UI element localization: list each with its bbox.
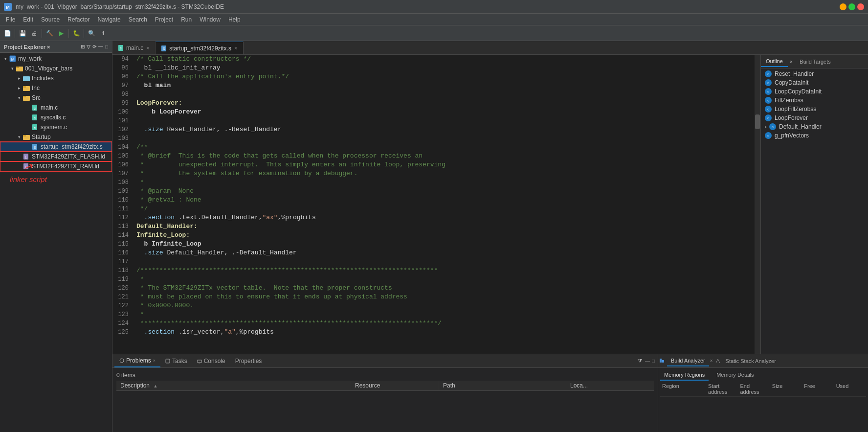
outline-item-fillzerobss[interactable]: ○ FillZerobss xyxy=(761,96,868,105)
tree-item-vibgyor[interactable]: ▾ 001_Vibgyor_bars xyxy=(0,64,112,73)
bottom-tab-properties[interactable]: Properties xyxy=(230,354,267,367)
svg-text:c: c xyxy=(120,46,122,50)
tree-label-startup-folder: Startup xyxy=(32,134,51,140)
c-file-icon-mainc: c xyxy=(31,104,39,112)
svg-text:L: L xyxy=(25,156,27,159)
toolbar-debug[interactable]: 🐛 xyxy=(71,28,82,39)
outline-tab[interactable]: Outline xyxy=(761,56,788,67)
toolbar-new[interactable]: 📄 xyxy=(2,28,13,39)
bottom-tab-tasks-label: Tasks xyxy=(172,358,187,364)
tree-item-syscalls[interactable]: c syscalls.c xyxy=(0,113,112,122)
bottom-tab-console[interactable]: _ Console xyxy=(192,354,230,367)
outline-item-default-handler[interactable]: ▸ ○ Default_Handler xyxy=(761,122,868,131)
menu-project[interactable]: Project xyxy=(151,15,177,24)
code-line-105: 105 * @brief This is the code that gets … xyxy=(112,152,755,160)
bottom-minimize-btn[interactable]: — xyxy=(644,358,651,364)
tab-mainc-close[interactable]: × xyxy=(146,45,149,51)
editor-scrollbar[interactable] xyxy=(755,55,760,354)
tree-item-sysmem[interactable]: c sysmem.c xyxy=(0,122,112,132)
tab-startup-s[interactable]: S startup_stm32f429zitx.s × xyxy=(156,42,244,54)
tree-item-includes[interactable]: ▸ Includes xyxy=(0,73,112,83)
ba-tab-static-stack[interactable]: Static Stack Analyzer xyxy=(722,356,780,366)
minimize-panel-button[interactable]: — xyxy=(98,44,103,49)
main-layout: Project Explorer × ⊞ ▽ ⟳ — □ ▾ M my_work xyxy=(0,41,868,432)
ba-sub-tabs: Memory Regions Memory Details xyxy=(660,370,866,381)
build-targets-tab[interactable]: Build Targets xyxy=(795,57,835,67)
bottom-tab-problems-label: Problems xyxy=(126,357,151,364)
bottom-table-header: Description ▲ Resource Path Loca... xyxy=(116,381,654,391)
menu-navigate[interactable]: Navigate xyxy=(93,15,124,24)
maximize-panel-button[interactable]: □ xyxy=(105,44,108,49)
tab-startup-close[interactable]: × xyxy=(234,45,237,51)
menu-search[interactable]: Search xyxy=(125,15,151,24)
code-line-116: 116 .size Default_Handler, .-Default_Han… xyxy=(112,249,755,257)
code-editor[interactable]: 94 /* Call static constructors */ 95 bl … xyxy=(112,55,755,354)
tree-item-ram-ld[interactable]: L STM32F429ZITX_RAM.ld xyxy=(0,161,112,171)
svg-rect-5 xyxy=(16,67,19,68)
outline-close[interactable]: × xyxy=(788,57,795,67)
outline-item-loopcopydatainit[interactable]: ○ LoopCopyDataInit xyxy=(761,87,868,96)
tree-item-startup-folder[interactable]: ▾ Startup xyxy=(0,132,112,142)
tree-item-startup-s[interactable]: S startup_stm32f429zitx.s xyxy=(0,142,112,152)
svg-text:_: _ xyxy=(198,361,200,364)
toolbar-separator-1 xyxy=(15,29,15,38)
outline-label-reset: Reset_Handler xyxy=(775,70,814,77)
close-button[interactable] xyxy=(857,3,864,10)
toolbar-search[interactable]: 🔍 xyxy=(86,28,97,39)
outline-label-loopcp: LoopCopyDataInit xyxy=(775,88,822,95)
outline-icon-loopforever: ○ xyxy=(765,114,772,121)
maximize-button[interactable] xyxy=(848,3,855,10)
title-bar: M my_work - 001_Vibgyor_bars/Startup/sta… xyxy=(0,0,868,14)
tree-item-mainc[interactable]: c main.c xyxy=(0,103,112,113)
filter-button[interactable]: ▽ xyxy=(87,44,90,49)
collapse-all-button[interactable]: ⊞ xyxy=(81,44,85,49)
ba-memory-regions-tab[interactable]: Memory Regions xyxy=(660,370,709,381)
sync-button[interactable]: ⟳ xyxy=(92,44,96,49)
svg-text:M: M xyxy=(6,5,10,10)
code-line-113: 113 Default_Handler: xyxy=(112,222,755,231)
menu-refactor[interactable]: Refactor xyxy=(64,15,93,24)
ba-memory-details-tab[interactable]: Memory Details xyxy=(712,370,757,381)
outline-label-fill: FillZerobss xyxy=(775,97,803,104)
outline-item-loopfillzerobss[interactable]: ○ LoopFillZerobss xyxy=(761,105,868,114)
tree-item-inc[interactable]: ▸ Inc xyxy=(0,83,112,93)
menu-run[interactable]: Run xyxy=(177,15,196,24)
folder-icon-startup xyxy=(22,133,30,141)
svg-text:M: M xyxy=(11,57,15,62)
bottom-tab-problems-close[interactable]: × xyxy=(153,358,156,363)
tree-label-mainc: main.c xyxy=(41,104,58,111)
svg-rect-8 xyxy=(23,86,26,88)
toolbar-print[interactable]: 🖨 xyxy=(29,28,40,39)
bottom-tab-problems[interactable]: Problems × xyxy=(114,354,160,367)
toolbar-build[interactable]: 🔨 xyxy=(44,28,55,39)
minimize-button[interactable] xyxy=(840,3,846,10)
menu-source[interactable]: Source xyxy=(37,15,64,24)
outline-item-copydatainit[interactable]: ○ CopyDataInit xyxy=(761,78,868,87)
svg-text:c: c xyxy=(34,106,36,111)
tree-label-inc: Inc xyxy=(32,85,40,91)
outline-item-reset-handler[interactable]: ○ Reset_Handler xyxy=(761,69,868,78)
project-icon: M xyxy=(9,55,17,63)
tab-mainc[interactable]: c main.c × xyxy=(112,42,156,54)
editor-scrollbar-thumb[interactable] xyxy=(755,114,760,129)
menu-help[interactable]: Help xyxy=(224,15,245,24)
ba-tab-build-analyzer[interactable]: Build Analyzer xyxy=(667,356,709,366)
toolbar-save[interactable]: 💾 xyxy=(17,28,28,39)
menu-edit[interactable]: Edit xyxy=(19,15,37,24)
col-path: Path xyxy=(439,381,566,390)
menu-window[interactable]: Window xyxy=(196,15,224,24)
outline-item-loopforever[interactable]: ○ LoopForever xyxy=(761,114,868,122)
toolbar-run[interactable]: ▶ xyxy=(56,28,67,39)
toolbar-info[interactable]: ℹ xyxy=(98,28,109,39)
linker-annotation-area: linker script ↗ xyxy=(0,171,112,183)
bottom-tab-tasks[interactable]: Tasks xyxy=(160,354,192,367)
tree-item-src[interactable]: ▾ Src xyxy=(0,93,112,103)
tree-item-flash-ld[interactable]: L STM32F429ZITX_FLASH.ld xyxy=(0,152,112,161)
tab-bar: c main.c × S startup_stm32f429zitx.s × xyxy=(112,41,868,55)
menu-file[interactable]: File xyxy=(2,15,19,24)
bottom-maximize-btn[interactable]: □ xyxy=(651,358,656,364)
tree-item-mywork[interactable]: ▾ M my_work xyxy=(0,54,112,64)
outline-item-pfnvectors[interactable]: ○ g_pfnVectors xyxy=(761,131,868,140)
ba-tab-close[interactable]: × xyxy=(709,358,714,364)
svg-text:S: S xyxy=(34,146,36,149)
